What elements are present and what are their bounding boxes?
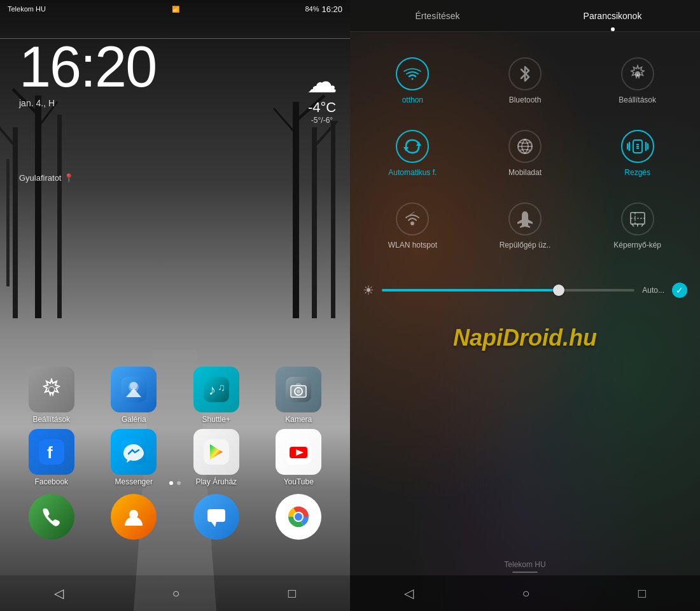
qs-autorotate[interactable]: Automatikus f. <box>356 117 469 190</box>
location-row: Gyulafiratot 📍 <box>19 173 74 183</box>
bluetooth-label: Bluetooth <box>509 95 542 104</box>
back-button-left[interactable]: ◁ <box>41 580 76 606</box>
tab-bar: Értesítések Parancsikonok <box>350 0 700 32</box>
gallery-label: Galéria <box>122 415 146 424</box>
shuttle-app-icon: ♪ ♫ <box>193 367 239 412</box>
hotspot-label: WLAN hotspot <box>388 241 437 249</box>
qs-airplane[interactable]: Repülőgép üz.. <box>469 190 582 262</box>
svg-rect-3 <box>35 95 41 318</box>
home-button-left[interactable]: ○ <box>159 581 192 606</box>
watermark-section: NapiDroid.hu <box>350 312 700 364</box>
wifi-icon <box>396 57 429 90</box>
clock-time: 16:20 <box>19 38 156 95</box>
camera-app-icon <box>276 367 321 412</box>
qs-vibration[interactable]: Rezgés <box>581 117 694 190</box>
brightness-auto-label: Auto... <box>642 286 664 295</box>
app-youtube[interactable]: YouTube <box>267 429 330 486</box>
operator-bottom-text: Telekom HU <box>504 560 545 569</box>
playstore-app-icon <box>193 429 239 475</box>
qs-screenshot[interactable]: Képernyő-kép <box>581 190 694 262</box>
qs-mobiledata[interactable]: Mobiladat <box>469 117 582 190</box>
app-row-dock <box>10 494 340 542</box>
time-display: 16:20 <box>321 4 342 14</box>
settings-label: Beállítások <box>32 415 70 424</box>
phone-app-icon <box>29 494 74 540</box>
camera-label: Kamera <box>285 415 312 424</box>
vibration-label: Rezgés <box>624 168 650 177</box>
svg-point-16 <box>49 387 54 392</box>
svg-rect-5 <box>6 159 10 286</box>
weather-range: -5°/-6° <box>307 116 337 125</box>
operator-bottom: Telekom HU <box>350 560 700 573</box>
battery-wifi-row: 84% 16:20 <box>305 4 342 14</box>
svg-text:f: f <box>47 443 53 462</box>
back-button-right[interactable]: ◁ <box>391 580 426 606</box>
svg-rect-4 <box>57 115 62 318</box>
qs-wlanhotspot[interactable]: WLAN hotspot <box>356 190 469 262</box>
mobiledata-icon <box>508 130 542 163</box>
tab-notifications-label: Értesítések <box>415 11 459 21</box>
app-facebook[interactable]: f Facebook <box>20 429 83 486</box>
bottom-nav-left: ◁ ○ □ <box>0 575 350 611</box>
app-messenger[interactable]: Messenger <box>102 429 165 486</box>
gallery-app-icon <box>111 367 157 412</box>
brightness-auto-check[interactable]: ✓ <box>672 283 687 298</box>
home-button-right[interactable]: ○ <box>509 581 542 606</box>
clock-date: jan. 4., H <box>19 98 55 108</box>
settings-qs-icon <box>621 57 654 90</box>
airplane-label: Repülőgép üz.. <box>500 241 551 249</box>
app-chrome[interactable] <box>267 494 330 542</box>
app-gallery[interactable]: Galéria <box>102 367 165 424</box>
tab-notifications[interactable]: Értesítések <box>350 0 525 31</box>
youtube-app-icon <box>276 429 321 475</box>
app-messages[interactable] <box>185 494 248 542</box>
qs-settings[interactable]: Beállítások <box>581 45 694 117</box>
svg-marker-39 <box>211 522 216 527</box>
sim-icon: 📶 <box>172 6 179 13</box>
svg-rect-2 <box>13 127 18 318</box>
app-row-1: Beállítások <box>10 367 340 424</box>
recent-button-right[interactable]: □ <box>626 581 659 606</box>
svg-text:♫: ♫ <box>218 382 225 393</box>
status-bar: Telekom HU 📶 84% 16:20 <box>0 0 350 18</box>
wifi-label: otthon <box>402 95 423 104</box>
screenshot-icon <box>621 202 654 235</box>
hotspot-icon <box>396 202 429 235</box>
vibration-icon <box>621 130 654 163</box>
brightness-fill <box>382 289 559 291</box>
app-settings[interactable]: Beállítások <box>20 367 83 424</box>
facebook-app-icon: f <box>29 429 74 475</box>
settings-app-icon <box>29 367 74 412</box>
svg-rect-21 <box>204 377 229 402</box>
tab-active-indicator <box>611 27 615 31</box>
app-phone[interactable] <box>20 494 83 542</box>
left-phone-screen: Telekom HU 📶 84% 16:20 16:20 jan. 4., H … <box>0 0 350 611</box>
battery-percent: 84% <box>305 5 319 13</box>
svg-rect-38 <box>207 509 225 522</box>
app-shuttle[interactable]: ♪ ♫ Shuttle+ <box>185 367 248 424</box>
bluetooth-icon <box>508 57 542 90</box>
autorotate-icon <box>396 130 429 163</box>
weather-temp: -4°C <box>307 99 337 116</box>
recent-button-left[interactable]: □ <box>276 581 309 606</box>
page-dot-1 <box>169 481 173 485</box>
settings-qs-label: Beállítások <box>619 95 656 104</box>
qs-bluetooth[interactable]: Bluetooth <box>469 45 582 117</box>
svg-rect-10 <box>293 102 299 318</box>
qs-wifi[interactable]: otthon <box>356 45 469 117</box>
mobiledata-label: Mobiladat <box>508 168 542 177</box>
screenshot-label: Képernyő-kép <box>613 241 661 249</box>
brightness-row: ☀ Auto... ✓ <box>350 275 700 306</box>
brightness-slider[interactable] <box>382 289 634 291</box>
app-contacts[interactable] <box>102 494 165 542</box>
operator-divider <box>512 572 538 573</box>
weather-cloud-icon: ☁ <box>307 64 337 99</box>
app-playstore[interactable]: Play Áruház <box>185 429 248 486</box>
tab-shortcuts[interactable]: Parancsikonok <box>525 0 700 31</box>
app-camera[interactable]: Kamera <box>267 367 330 424</box>
chrome-app-icon <box>276 494 321 540</box>
contacts-app-icon <box>111 494 157 540</box>
carrier-text: Telekom HU <box>8 5 46 13</box>
weather-widget: ☁ -4°C -5°/-6° <box>307 64 337 125</box>
brightness-sun-icon: ☀ <box>363 283 374 298</box>
